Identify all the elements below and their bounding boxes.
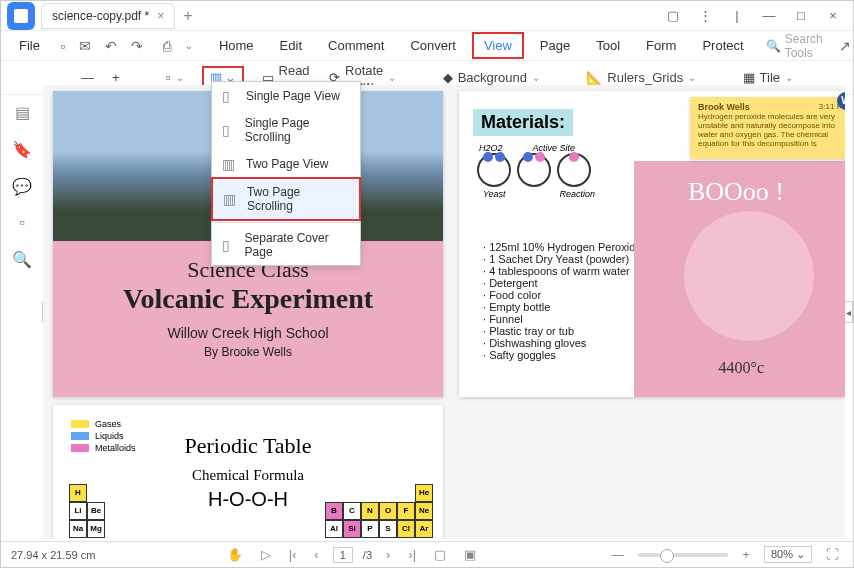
select-tool-icon[interactable]: ▷ [257, 547, 275, 562]
list-item: Dishwashing gloves [483, 337, 641, 349]
list-item: Food color [483, 289, 641, 301]
workspace[interactable]: Science Class Volcanic Experiment Willow… [43, 85, 845, 539]
two-page-icon: ▥ [222, 156, 238, 172]
fullscreen-icon[interactable]: ⛶ [822, 547, 843, 562]
page-layout-dropdown: ▯Single Page View ▯Single Page Scrolling… [211, 81, 361, 266]
attachment-icon[interactable]: ▫ [19, 214, 25, 232]
page1-title: Volcanic Experiment [63, 283, 433, 315]
dropdown-two-page[interactable]: ▥Two Page View [212, 150, 360, 178]
save-icon[interactable]: ▫ [56, 36, 69, 56]
list-item: Detergent [483, 277, 641, 289]
zoom-out-button[interactable]: — [81, 70, 94, 85]
add-tab-button[interactable]: + [183, 7, 192, 25]
dropdown-single-page[interactable]: ▯Single Page View [212, 82, 360, 110]
pink-circle [684, 211, 814, 341]
sticky-text: Hydrogen peroxide molecules are very uns… [698, 112, 835, 148]
menu-convert[interactable]: Convert [400, 34, 466, 57]
molecule-diagram: H2O2Active Site YeastReaction [477, 143, 597, 203]
mail-icon[interactable]: ✉ [75, 36, 95, 56]
next-page-icon[interactable]: › [382, 547, 394, 562]
zoom-in-icon[interactable]: + [738, 547, 754, 562]
dropdown-single-scroll[interactable]: ▯Single Page Scrolling [212, 110, 360, 150]
fit-button[interactable]: ▫⌄ [166, 70, 184, 85]
list-item: Safty goggles [483, 349, 641, 361]
search-icon: 🔍 [766, 39, 781, 53]
left-rail: ▤ 🔖 💬 ▫ 🔍 [1, 95, 43, 269]
list-item: Plastic tray or tub [483, 325, 641, 337]
statusbar: 27.94 x 21.59 cm ✋ ▷ |‹ ‹ 1 /3 › ›| ▢ ▣ … [1, 541, 853, 567]
search-panel-icon[interactable]: 🔍 [12, 250, 32, 269]
menubar: File ▫ ✉ ↶ ↷ ⎙ ⌄ Home Edit Comment Conve… [1, 31, 853, 61]
menu-comment[interactable]: Comment [318, 34, 394, 57]
menu-form[interactable]: Form [636, 34, 686, 57]
prev-page-icon[interactable]: ‹ [310, 547, 322, 562]
redo-icon[interactable]: ↷ [127, 36, 147, 56]
hand-tool-icon[interactable]: ✋ [223, 547, 247, 562]
materials-heading: Materials: [473, 109, 573, 136]
page1-school: Willow Creek High School [63, 325, 433, 341]
dropdown-two-scroll[interactable]: ▥Two Page Scrolling [211, 177, 361, 221]
single-scroll-icon: ▯ [222, 122, 237, 138]
titlebar: science-copy.pdf * × + ▢ ⋮ | — □ × [1, 1, 853, 31]
legend: GasesLiquidsMetalloids [71, 419, 136, 455]
page1-author: By Brooke Wells [63, 345, 433, 359]
zoom-in-button[interactable]: + [112, 70, 120, 85]
list-item: 4 tablespoons of warm water [483, 265, 641, 277]
menu-view[interactable]: View [472, 32, 524, 59]
print-caret-icon[interactable]: ⌄ [181, 39, 197, 53]
minimize-icon[interactable]: — [755, 8, 783, 23]
sticky-author: Brook Wells [698, 102, 750, 112]
fit-page-icon[interactable]: ▣ [460, 547, 480, 562]
document-tab[interactable]: science-copy.pdf * × [41, 3, 175, 29]
tile-button[interactable]: ▦ Tile⌄ [743, 70, 793, 85]
tab-title: science-copy.pdf * [52, 9, 149, 23]
window-controls: ▢ ⋮ | — □ × [627, 8, 853, 23]
temperature-text: 4400°c [719, 359, 765, 377]
list-item: Empty bottle [483, 301, 641, 313]
chemical-formula-label: Chemical Formula [53, 467, 443, 484]
thumbnails-icon[interactable]: ▤ [15, 103, 30, 122]
menu-protect[interactable]: Protect [692, 34, 753, 57]
materials-list: 125ml 10% Hydrogen Peroxide1 Sachet Dry … [483, 241, 641, 361]
share-icon[interactable]: ↗ [835, 36, 854, 56]
rulers-button[interactable]: 📐 Rulers_Grids⌄ [586, 70, 696, 85]
background-button[interactable]: ◆ Background⌄ [443, 70, 540, 85]
bookmark-icon[interactable]: 🔖 [12, 140, 32, 159]
notify-icon[interactable]: ▢ [659, 8, 687, 23]
print-icon[interactable]: ⎙ [159, 36, 175, 56]
last-page-icon[interactable]: ›| [404, 547, 420, 562]
pdf-page-3: GasesLiquidsMetalloids Periodic Table Ch… [53, 405, 443, 539]
single-page-icon: ▯ [222, 88, 238, 104]
zoom-value[interactable]: 80% ⌄ [764, 546, 812, 563]
kebab-icon[interactable]: ⋮ [691, 8, 719, 23]
close-window-icon[interactable]: × [819, 8, 847, 23]
close-icon[interactable]: × [157, 9, 164, 23]
zoom-slider[interactable] [638, 553, 728, 557]
menu-home[interactable]: Home [209, 34, 264, 57]
fit-width-icon[interactable]: ▢ [430, 547, 450, 562]
page-number-input[interactable]: 1 [333, 547, 353, 563]
pdf-page-2: Materials: H2O2Active Site YeastReaction… [459, 91, 844, 397]
two-scroll-icon: ▥ [223, 191, 239, 207]
menu-edit[interactable]: Edit [270, 34, 312, 57]
menu-tool[interactable]: Tool [586, 34, 630, 57]
menu-page[interactable]: Page [530, 34, 580, 57]
undo-icon[interactable]: ↶ [101, 36, 121, 56]
list-item: 1 Sachet Dry Yeast (powder) [483, 253, 641, 265]
list-item: Funnel [483, 313, 641, 325]
sticky-note[interactable]: W Brook Wells 3:11 P Hydrogen peroxide m… [690, 97, 845, 159]
ptable-right: HeBCNOFNeAlSiPSClAr [325, 484, 437, 538]
ptable-left: HLiBeNaMg [69, 484, 109, 538]
comment-panel-icon[interactable]: 💬 [12, 177, 32, 196]
boo-text: BOOoo ! [688, 177, 784, 207]
dimensions-label: 27.94 x 21.59 cm [11, 549, 95, 561]
menu-file[interactable]: File [9, 34, 50, 57]
zoom-out-icon[interactable]: — [607, 547, 628, 562]
cover-icon: ▯ [222, 237, 237, 253]
search-tools[interactable]: 🔍 Search Tools [766, 32, 823, 60]
maximize-icon[interactable]: □ [787, 8, 815, 23]
first-page-icon[interactable]: |‹ [285, 547, 301, 562]
dropdown-separate-cover[interactable]: ▯Separate Cover Page [212, 225, 360, 265]
page-total: /3 [363, 549, 372, 561]
app-icon [7, 2, 35, 30]
